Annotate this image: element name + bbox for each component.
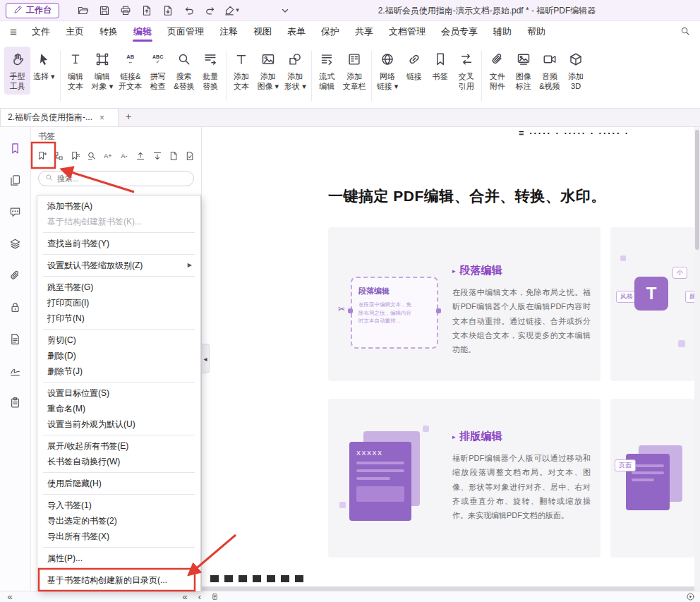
context-menu-item-11[interactable]: 重命名(M) (37, 401, 200, 416)
select-cursor-tool[interactable]: 选择 ▾ (30, 47, 58, 95)
context-menu-item-18[interactable]: 导出所有书签(X) (37, 529, 200, 544)
page-thumb-button[interactable] (209, 593, 220, 601)
bm-find-button[interactable] (84, 148, 99, 164)
menu-item-13[interactable]: 帮助 (519, 21, 553, 42)
context-menu-item-19[interactable]: 属性(P)... (37, 550, 200, 566)
batch-replace-tool[interactable]: 批量 替换 (198, 47, 224, 95)
add-shape-tool[interactable]: 添加 形状 ▾ (282, 47, 309, 95)
print-button[interactable] (116, 2, 135, 19)
prev-page-button[interactable]: ‹ (194, 592, 205, 601)
menu-item-5[interactable]: 注释 (212, 21, 246, 42)
menu-item-6[interactable]: 视图 (246, 21, 279, 42)
bm-move-up-button[interactable] (133, 148, 148, 164)
menu-item-4[interactable]: 页面管理 (159, 21, 212, 42)
menu-item-9[interactable]: 共享 (347, 21, 381, 42)
bm-hierarchy-button[interactable] (51, 148, 66, 164)
autoscroll-button[interactable] (684, 592, 696, 601)
toolbar-more-button[interactable] (275, 2, 295, 19)
workspace-button[interactable]: 工作台 (6, 3, 59, 18)
save-button[interactable] (95, 2, 114, 19)
menu-item-2[interactable]: 转换 (92, 21, 126, 42)
collapse-panel-button[interactable]: « (4, 592, 16, 601)
web-link-tool[interactable]: 网络 链接 ▾ (374, 47, 402, 95)
pages-panel-button[interactable] (6, 171, 25, 188)
context-menu-item-0[interactable]: 添加书签(A) (37, 198, 200, 214)
add-3d-tool[interactable]: 添加 3D (563, 47, 589, 95)
menu-item-0[interactable]: 文件 (24, 21, 58, 42)
bm-page-button[interactable] (166, 148, 181, 164)
edit-text-tool[interactable]: 编辑 文本 (63, 47, 89, 95)
context-menu-item-13[interactable]: 展开/收起所有书签(E) (37, 438, 200, 454)
spell-check-tool[interactable]: ABC✓拼写 检查 (145, 47, 171, 95)
edit-object-tool[interactable]: 编辑 对象 ▾ (89, 47, 116, 95)
link-text-tool[interactable]: AB↔链接& 开文本 (116, 47, 145, 95)
page-panel-button[interactable] (6, 330, 25, 347)
bookmark-panel-button[interactable] (6, 140, 25, 157)
context-menu-item-17[interactable]: 导出选定的书签(2) (37, 513, 200, 529)
signature-panel-button[interactable] (6, 362, 25, 379)
attachment-tool[interactable]: 文件 附件 (484, 47, 510, 95)
menu-item-3[interactable]: 编辑 (126, 21, 159, 42)
context-menu-item-9[interactable]: 删除节(J) (37, 363, 200, 379)
context-menu-item-5[interactable]: 打印页面(I) (37, 295, 200, 311)
context-menu-item-16[interactable]: 导入书签(1) (37, 498, 200, 513)
doc-import-button[interactable] (158, 2, 178, 19)
context-menu-item-15[interactable]: 使用后隐藏(H) (37, 476, 200, 491)
redo-button[interactable] (200, 2, 220, 19)
layers-panel-button[interactable] (6, 235, 25, 252)
undo-button[interactable] (179, 2, 199, 19)
bookmark-search-input[interactable] (57, 174, 187, 183)
cross-ref-tool[interactable]: 交叉 引用 (453, 47, 479, 95)
bm-new-bookmark-button[interactable] (35, 148, 50, 164)
context-menu-item-12[interactable]: 设置当前外观为默认(U) (37, 416, 200, 432)
search-replace-tool[interactable]: 搜索 &替换 (171, 47, 197, 95)
context-menu-item-10[interactable]: 设置目标位置(S) (37, 385, 200, 401)
context-menu-item-4[interactable]: 跳至书签(G) (37, 279, 200, 295)
search-button[interactable] (673, 26, 697, 38)
image-annotation-tool[interactable]: 图像 标注 (510, 47, 536, 95)
bookmark-search[interactable] (38, 171, 194, 186)
bm-move-down-button[interactable] (149, 148, 164, 164)
doc-export-button[interactable] (137, 2, 157, 19)
context-menu-item-6[interactable]: 打印节(N) (37, 311, 200, 326)
context-menu-item-7[interactable]: 剪切(C) (37, 332, 200, 348)
flow-edit-tool[interactable]: 流式 编辑 (314, 47, 340, 95)
bm-font-minus-button[interactable]: A- (116, 148, 132, 164)
link-tool[interactable]: 链接 (401, 47, 427, 95)
attachment-panel-button[interactable] (6, 267, 25, 284)
bm-page-check-button[interactable] (182, 148, 198, 164)
comments-panel-button[interactable] (6, 203, 25, 220)
context-menu-item-8[interactable]: 删除(D) (37, 348, 200, 363)
menu-item-12[interactable]: 辅助 (485, 21, 519, 42)
bm-delete-button[interactable] (67, 148, 83, 164)
context-menu-item-2[interactable]: 查找当前书签(Y) (37, 236, 200, 251)
hamburger-button[interactable]: ≡ (3, 26, 24, 38)
bm-font-plus-button[interactable]: A+ (100, 148, 116, 164)
panel-collapse-handle[interactable]: ◂ (202, 344, 210, 373)
document-view[interactable]: ≡ ····· · ····· · ····· · 一键搞定 PDF编辑、合并、… (202, 127, 700, 591)
context-menu-item-3[interactable]: 设置默认书签缩放级别(Z)▶ (37, 258, 200, 273)
menu-item-10[interactable]: 文档管理 (381, 21, 433, 42)
tab-close-icon[interactable]: × (99, 113, 104, 123)
menu-item-1[interactable]: 主页 (58, 21, 92, 42)
menu-item-8[interactable]: 保护 (313, 21, 347, 42)
hand-tool[interactable]: 手型 工具 (4, 47, 30, 95)
new-tab-button[interactable]: + (119, 109, 138, 126)
bookmark-tool[interactable]: 书签 (427, 47, 453, 95)
add-image-tool[interactable]: 添加 图像 ▾ (255, 47, 282, 95)
first-page-button[interactable]: « (179, 592, 191, 601)
audio-video-tool[interactable]: 音频 &视频 (536, 47, 562, 95)
context-menu-item-14[interactable]: 长书签自动换行(W) (37, 454, 200, 469)
brush-button[interactable]: ▾ (222, 2, 241, 19)
menu-item-11[interactable]: 会员专享 (433, 21, 485, 42)
vertical-scrollbar[interactable] (694, 127, 700, 591)
context-menu-item-20[interactable]: 基于书签结构创建新的目录页(... (37, 572, 200, 588)
clipboard-panel-button[interactable] (6, 394, 25, 411)
open-folder-button[interactable] (73, 2, 93, 19)
menu-item-7[interactable]: 表单 (279, 21, 313, 42)
document-tab[interactable]: 2.福昕会员使用指南-... × (0, 108, 119, 126)
scrollbar-thumb[interactable] (695, 130, 699, 250)
context-menu-item-1[interactable]: 基于结构创建新书签(K)... (37, 214, 200, 229)
add-text-tool[interactable]: 添加 文本 (229, 47, 255, 95)
lock-panel-button[interactable] (6, 299, 25, 315)
